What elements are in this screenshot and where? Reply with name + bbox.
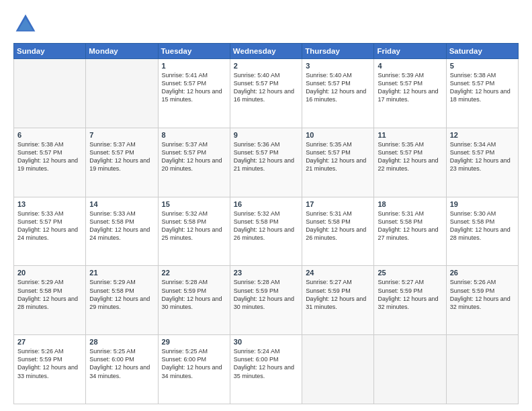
day-number: 15 [162, 200, 226, 208]
day-number: 28 [89, 338, 154, 346]
day-number: 6 [17, 131, 82, 139]
day-info: Sunrise: 5:24 AM Sunset: 6:00 PM Dayligh… [234, 347, 298, 380]
day-info: Sunrise: 5:37 AM Sunset: 5:57 PM Dayligh… [162, 140, 226, 173]
week-row-5: 27Sunrise: 5:26 AM Sunset: 5:59 PM Dayli… [14, 335, 519, 404]
day-number: 11 [378, 131, 442, 139]
calendar-cell: 15Sunrise: 5:32 AM Sunset: 5:58 PM Dayli… [158, 197, 230, 266]
calendar-cell [446, 335, 518, 404]
day-info: Sunrise: 5:27 AM Sunset: 5:59 PM Dayligh… [306, 278, 370, 311]
calendar-cell: 26Sunrise: 5:26 AM Sunset: 5:59 PM Dayli… [446, 266, 518, 335]
day-info: Sunrise: 5:25 AM Sunset: 6:00 PM Dayligh… [162, 347, 226, 380]
day-info: Sunrise: 5:38 AM Sunset: 5:57 PM Dayligh… [450, 71, 515, 104]
day-info: Sunrise: 5:26 AM Sunset: 5:59 PM Dayligh… [17, 347, 82, 380]
calendar-cell: 7Sunrise: 5:37 AM Sunset: 5:57 PM Daylig… [86, 128, 158, 197]
page: SundayMondayTuesdayWednesdayThursdayFrid… [0, 0, 532, 411]
day-number: 26 [450, 269, 515, 277]
calendar-cell: 19Sunrise: 5:30 AM Sunset: 5:58 PM Dayli… [446, 197, 518, 266]
calendar-table: SundayMondayTuesdayWednesdayThursdayFrid… [13, 43, 519, 404]
day-number: 20 [17, 269, 82, 277]
day-info: Sunrise: 5:40 AM Sunset: 5:57 PM Dayligh… [306, 71, 370, 104]
day-number: 22 [162, 269, 226, 277]
day-info: Sunrise: 5:28 AM Sunset: 5:59 PM Dayligh… [162, 278, 226, 311]
day-info: Sunrise: 5:41 AM Sunset: 5:57 PM Dayligh… [162, 71, 226, 104]
day-number: 27 [17, 338, 82, 346]
calendar-cell: 23Sunrise: 5:28 AM Sunset: 5:59 PM Dayli… [230, 266, 302, 335]
week-row-2: 6Sunrise: 5:38 AM Sunset: 5:57 PM Daylig… [14, 128, 519, 197]
day-number: 25 [378, 269, 442, 277]
day-info: Sunrise: 5:29 AM Sunset: 5:58 PM Dayligh… [17, 278, 82, 311]
day-info: Sunrise: 5:32 AM Sunset: 5:58 PM Dayligh… [234, 210, 298, 242]
day-number: 18 [378, 200, 442, 208]
day-info: Sunrise: 5:39 AM Sunset: 5:57 PM Dayligh… [378, 71, 442, 104]
day-info: Sunrise: 5:30 AM Sunset: 5:58 PM Dayligh… [450, 210, 515, 242]
calendar-cell: 3Sunrise: 5:40 AM Sunset: 5:57 PM Daylig… [302, 59, 374, 128]
calendar-cell: 9Sunrise: 5:36 AM Sunset: 5:57 PM Daylig… [230, 128, 302, 197]
day-number: 16 [234, 200, 298, 208]
day-info: Sunrise: 5:29 AM Sunset: 5:58 PM Dayligh… [89, 278, 154, 311]
day-info: Sunrise: 5:35 AM Sunset: 5:57 PM Dayligh… [378, 140, 442, 173]
calendar-cell: 21Sunrise: 5:29 AM Sunset: 5:58 PM Dayli… [86, 266, 158, 335]
calendar-cell: 17Sunrise: 5:31 AM Sunset: 5:58 PM Dayli… [302, 197, 374, 266]
day-number: 8 [162, 131, 226, 139]
day-number: 23 [234, 269, 298, 277]
weekday-header-sunday: Sunday [14, 44, 86, 59]
day-number: 13 [17, 200, 82, 208]
logo-icon [13, 12, 38, 36]
day-number: 19 [450, 200, 515, 208]
day-number: 5 [450, 62, 515, 70]
week-row-1: 1Sunrise: 5:41 AM Sunset: 5:57 PM Daylig… [14, 59, 519, 128]
weekday-header-monday: Monday [86, 44, 158, 59]
calendar-cell: 18Sunrise: 5:31 AM Sunset: 5:58 PM Dayli… [374, 197, 446, 266]
day-info: Sunrise: 5:38 AM Sunset: 5:57 PM Dayligh… [17, 140, 82, 173]
day-number: 14 [89, 200, 154, 208]
calendar-cell: 13Sunrise: 5:33 AM Sunset: 5:57 PM Dayli… [14, 197, 86, 266]
day-number: 3 [306, 62, 370, 70]
calendar-cell: 12Sunrise: 5:34 AM Sunset: 5:57 PM Dayli… [446, 128, 518, 197]
weekday-header-wednesday: Wednesday [230, 44, 302, 59]
calendar-cell [86, 59, 158, 128]
weekday-header-row: SundayMondayTuesdayWednesdayThursdayFrid… [14, 44, 519, 59]
weekday-header-tuesday: Tuesday [158, 44, 230, 59]
calendar-cell: 29Sunrise: 5:25 AM Sunset: 6:00 PM Dayli… [158, 335, 230, 404]
calendar-cell: 1Sunrise: 5:41 AM Sunset: 5:57 PM Daylig… [158, 59, 230, 128]
calendar-cell: 24Sunrise: 5:27 AM Sunset: 5:59 PM Dayli… [302, 266, 374, 335]
calendar-cell: 10Sunrise: 5:35 AM Sunset: 5:57 PM Dayli… [302, 128, 374, 197]
day-info: Sunrise: 5:40 AM Sunset: 5:57 PM Dayligh… [234, 71, 298, 104]
calendar-cell: 28Sunrise: 5:25 AM Sunset: 6:00 PM Dayli… [86, 335, 158, 404]
day-info: Sunrise: 5:33 AM Sunset: 5:58 PM Dayligh… [89, 210, 154, 242]
logo [13, 12, 42, 36]
day-info: Sunrise: 5:34 AM Sunset: 5:57 PM Dayligh… [450, 140, 515, 173]
calendar-cell: 8Sunrise: 5:37 AM Sunset: 5:57 PM Daylig… [158, 128, 230, 197]
calendar-cell: 27Sunrise: 5:26 AM Sunset: 5:59 PM Dayli… [14, 335, 86, 404]
calendar-cell: 22Sunrise: 5:28 AM Sunset: 5:59 PM Dayli… [158, 266, 230, 335]
day-info: Sunrise: 5:36 AM Sunset: 5:57 PM Dayligh… [234, 140, 298, 173]
day-number: 4 [378, 62, 442, 70]
day-info: Sunrise: 5:25 AM Sunset: 6:00 PM Dayligh… [89, 347, 154, 380]
calendar-cell: 11Sunrise: 5:35 AM Sunset: 5:57 PM Dayli… [374, 128, 446, 197]
calendar-cell: 30Sunrise: 5:24 AM Sunset: 6:00 PM Dayli… [230, 335, 302, 404]
day-info: Sunrise: 5:26 AM Sunset: 5:59 PM Dayligh… [450, 278, 515, 311]
day-number: 30 [234, 338, 298, 346]
header [13, 12, 519, 36]
calendar-cell: 5Sunrise: 5:38 AM Sunset: 5:57 PM Daylig… [446, 59, 518, 128]
day-number: 29 [162, 338, 226, 346]
calendar-cell: 2Sunrise: 5:40 AM Sunset: 5:57 PM Daylig… [230, 59, 302, 128]
day-number: 9 [234, 131, 298, 139]
calendar-cell: 14Sunrise: 5:33 AM Sunset: 5:58 PM Dayli… [86, 197, 158, 266]
day-number: 10 [306, 131, 370, 139]
calendar-cell [14, 59, 86, 128]
day-info: Sunrise: 5:28 AM Sunset: 5:59 PM Dayligh… [234, 278, 298, 311]
calendar-cell: 25Sunrise: 5:27 AM Sunset: 5:59 PM Dayli… [374, 266, 446, 335]
day-info: Sunrise: 5:32 AM Sunset: 5:58 PM Dayligh… [162, 210, 226, 242]
day-info: Sunrise: 5:33 AM Sunset: 5:57 PM Dayligh… [17, 210, 82, 242]
day-info: Sunrise: 5:31 AM Sunset: 5:58 PM Dayligh… [378, 210, 442, 242]
day-info: Sunrise: 5:27 AM Sunset: 5:59 PM Dayligh… [378, 278, 442, 311]
calendar-cell: 16Sunrise: 5:32 AM Sunset: 5:58 PM Dayli… [230, 197, 302, 266]
day-number: 21 [89, 269, 154, 277]
calendar-cell [374, 335, 446, 404]
calendar-cell: 4Sunrise: 5:39 AM Sunset: 5:57 PM Daylig… [374, 59, 446, 128]
calendar-cell: 6Sunrise: 5:38 AM Sunset: 5:57 PM Daylig… [14, 128, 86, 197]
day-number: 17 [306, 200, 370, 208]
calendar-cell: 20Sunrise: 5:29 AM Sunset: 5:58 PM Dayli… [14, 266, 86, 335]
weekday-header-thursday: Thursday [302, 44, 374, 59]
